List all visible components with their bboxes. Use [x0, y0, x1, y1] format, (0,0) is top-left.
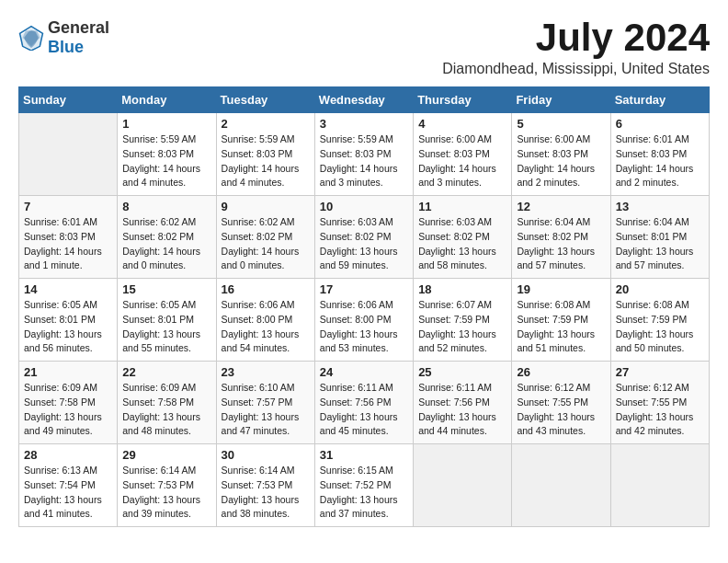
day-info: Sunrise: 6:14 AMSunset: 7:53 PMDaylight:…	[122, 464, 210, 522]
calendar-cell: 1Sunrise: 5:59 AMSunset: 8:03 PMDaylight…	[118, 113, 216, 196]
calendar-cell: 2Sunrise: 5:59 AMSunset: 8:03 PMDaylight…	[216, 113, 314, 196]
calendar-cell: 5Sunrise: 6:00 AMSunset: 8:03 PMDaylight…	[512, 113, 610, 196]
calendar-cell: 27Sunrise: 6:12 AMSunset: 7:55 PMDayligh…	[610, 362, 709, 444]
day-number: 25	[418, 365, 506, 379]
calendar-cell: 24Sunrise: 6:11 AMSunset: 7:56 PMDayligh…	[314, 362, 413, 444]
calendar-table: SundayMondayTuesdayWednesdayThursdayFrid…	[18, 86, 710, 527]
calendar-cell: 18Sunrise: 6:07 AMSunset: 7:59 PMDayligh…	[414, 279, 512, 362]
calendar-cell: 14Sunrise: 6:05 AMSunset: 8:01 PMDayligh…	[19, 279, 118, 362]
day-number: 9	[222, 200, 310, 213]
weekday-header: Monday	[118, 87, 216, 113]
calendar-cell: 23Sunrise: 6:10 AMSunset: 7:57 PMDayligh…	[216, 362, 314, 444]
day-number: 11	[418, 200, 506, 213]
day-number: 5	[517, 117, 605, 131]
weekday-header: Sunday	[19, 87, 118, 113]
day-info: Sunrise: 6:00 AMSunset: 8:03 PMDaylight:…	[418, 132, 506, 190]
day-info: Sunrise: 6:04 AMSunset: 8:01 PMDaylight:…	[616, 215, 704, 273]
day-number: 19	[517, 282, 605, 296]
calendar-cell: 8Sunrise: 6:02 AMSunset: 8:02 PMDaylight…	[118, 196, 216, 279]
weekday-header: Thursday	[414, 87, 512, 113]
calendar-week-row: 28Sunrise: 6:13 AMSunset: 7:54 PMDayligh…	[19, 444, 710, 527]
calendar-cell: 12Sunrise: 6:04 AMSunset: 8:02 PMDayligh…	[512, 196, 610, 279]
day-number: 29	[122, 448, 210, 462]
day-info: Sunrise: 5:59 AMSunset: 8:03 PMDaylight:…	[122, 132, 210, 190]
logo-icon	[18, 25, 44, 51]
calendar-cell: 11Sunrise: 6:03 AMSunset: 8:02 PMDayligh…	[414, 196, 512, 279]
day-number: 23	[222, 365, 310, 379]
title-area: July 2024 Diamondhead, Mississippi, Unit…	[442, 18, 710, 77]
calendar-cell: 7Sunrise: 6:01 AMSunset: 8:03 PMDaylight…	[19, 196, 118, 279]
day-info: Sunrise: 6:01 AMSunset: 8:03 PMDaylight:…	[616, 132, 704, 190]
calendar-cell: 20Sunrise: 6:08 AMSunset: 7:59 PMDayligh…	[610, 279, 709, 362]
calendar-cell: 6Sunrise: 6:01 AMSunset: 8:03 PMDaylight…	[610, 113, 709, 196]
calendar-cell	[512, 444, 610, 527]
page-header: General Blue July 2024 Diamondhead, Miss…	[18, 18, 710, 77]
day-info: Sunrise: 6:07 AMSunset: 7:59 PMDaylight:…	[418, 298, 506, 356]
day-info: Sunrise: 6:05 AMSunset: 8:01 PMDaylight:…	[122, 298, 210, 356]
day-info: Sunrise: 6:03 AMSunset: 8:02 PMDaylight:…	[418, 215, 506, 273]
logo: General Blue	[18, 18, 109, 57]
day-info: Sunrise: 6:12 AMSunset: 7:55 PMDaylight:…	[616, 381, 704, 439]
calendar-cell: 28Sunrise: 6:13 AMSunset: 7:54 PMDayligh…	[19, 444, 118, 527]
calendar-cell: 21Sunrise: 6:09 AMSunset: 7:58 PMDayligh…	[19, 362, 118, 444]
day-info: Sunrise: 6:05 AMSunset: 8:01 PMDaylight:…	[24, 298, 112, 356]
day-number: 22	[122, 365, 210, 379]
day-info: Sunrise: 6:02 AMSunset: 8:02 PMDaylight:…	[222, 215, 310, 273]
day-info: Sunrise: 6:08 AMSunset: 7:59 PMDaylight:…	[517, 298, 605, 356]
calendar-cell	[610, 444, 709, 527]
day-info: Sunrise: 6:11 AMSunset: 7:56 PMDaylight:…	[418, 381, 506, 439]
day-number: 13	[616, 200, 704, 213]
month-title: July 2024	[442, 18, 710, 57]
calendar-week-row: 1Sunrise: 5:59 AMSunset: 8:03 PMDaylight…	[19, 113, 710, 196]
calendar-cell: 10Sunrise: 6:03 AMSunset: 8:02 PMDayligh…	[314, 196, 413, 279]
calendar-cell	[19, 113, 118, 196]
calendar-cell: 15Sunrise: 6:05 AMSunset: 8:01 PMDayligh…	[118, 279, 216, 362]
day-number: 8	[122, 200, 210, 213]
calendar-cell: 17Sunrise: 6:06 AMSunset: 8:00 PMDayligh…	[314, 279, 413, 362]
day-info: Sunrise: 6:08 AMSunset: 7:59 PMDaylight:…	[616, 298, 704, 356]
calendar-cell: 26Sunrise: 6:12 AMSunset: 7:55 PMDayligh…	[512, 362, 610, 444]
calendar-cell	[414, 444, 512, 527]
calendar-cell: 16Sunrise: 6:06 AMSunset: 8:00 PMDayligh…	[216, 279, 314, 362]
calendar-header: SundayMondayTuesdayWednesdayThursdayFrid…	[19, 87, 710, 113]
day-number: 3	[320, 117, 408, 131]
day-info: Sunrise: 5:59 AMSunset: 8:03 PMDaylight:…	[222, 132, 310, 190]
day-number: 18	[418, 282, 506, 296]
calendar-cell: 25Sunrise: 6:11 AMSunset: 7:56 PMDayligh…	[414, 362, 512, 444]
day-info: Sunrise: 6:01 AMSunset: 8:03 PMDaylight:…	[24, 215, 112, 273]
day-info: Sunrise: 5:59 AMSunset: 8:03 PMDaylight:…	[320, 132, 408, 190]
day-number: 15	[122, 282, 210, 296]
day-number: 21	[24, 365, 112, 379]
day-number: 2	[222, 117, 310, 131]
calendar-cell: 3Sunrise: 5:59 AMSunset: 8:03 PMDaylight…	[314, 113, 413, 196]
calendar-cell: 19Sunrise: 6:08 AMSunset: 7:59 PMDayligh…	[512, 279, 610, 362]
day-number: 6	[616, 117, 704, 131]
day-info: Sunrise: 6:10 AMSunset: 7:57 PMDaylight:…	[222, 381, 310, 439]
calendar-cell: 31Sunrise: 6:15 AMSunset: 7:52 PMDayligh…	[314, 444, 413, 527]
day-info: Sunrise: 6:13 AMSunset: 7:54 PMDaylight:…	[24, 464, 112, 522]
day-number: 1	[122, 117, 210, 131]
calendar-cell: 13Sunrise: 6:04 AMSunset: 8:01 PMDayligh…	[610, 196, 709, 279]
day-number: 31	[320, 448, 408, 462]
calendar-week-row: 14Sunrise: 6:05 AMSunset: 8:01 PMDayligh…	[19, 279, 710, 362]
day-number: 28	[24, 448, 112, 462]
day-info: Sunrise: 6:09 AMSunset: 7:58 PMDaylight:…	[122, 381, 210, 439]
weekday-header: Saturday	[610, 87, 709, 113]
location-title: Diamondhead, Mississippi, United States	[442, 61, 710, 77]
calendar-body: 1Sunrise: 5:59 AMSunset: 8:03 PMDaylight…	[19, 113, 710, 527]
calendar-week-row: 21Sunrise: 6:09 AMSunset: 7:58 PMDayligh…	[19, 362, 710, 444]
calendar-cell: 30Sunrise: 6:14 AMSunset: 7:53 PMDayligh…	[216, 444, 314, 527]
day-number: 27	[616, 365, 704, 379]
day-info: Sunrise: 6:15 AMSunset: 7:52 PMDaylight:…	[320, 464, 408, 522]
logo-text: General Blue	[48, 18, 109, 57]
day-info: Sunrise: 6:06 AMSunset: 8:00 PMDaylight:…	[222, 298, 310, 356]
day-number: 26	[517, 365, 605, 379]
day-info: Sunrise: 6:14 AMSunset: 7:53 PMDaylight:…	[222, 464, 310, 522]
calendar-cell: 29Sunrise: 6:14 AMSunset: 7:53 PMDayligh…	[118, 444, 216, 527]
day-info: Sunrise: 6:12 AMSunset: 7:55 PMDaylight:…	[517, 381, 605, 439]
calendar-cell: 9Sunrise: 6:02 AMSunset: 8:02 PMDaylight…	[216, 196, 314, 279]
day-info: Sunrise: 6:04 AMSunset: 8:02 PMDaylight:…	[517, 215, 605, 273]
day-info: Sunrise: 6:06 AMSunset: 8:00 PMDaylight:…	[320, 298, 408, 356]
day-number: 4	[418, 117, 506, 131]
day-number: 12	[517, 200, 605, 213]
